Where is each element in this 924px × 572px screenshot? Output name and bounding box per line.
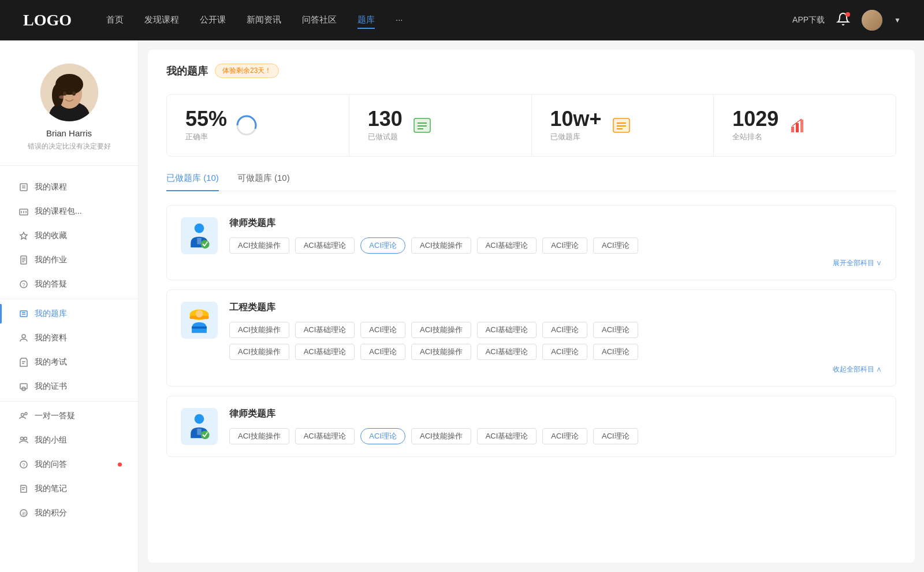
sidebar-item-myprofile[interactable]: 我的资料 bbox=[0, 326, 138, 350]
sidebar-menu: 我的课程 我的课程包... bbox=[0, 166, 138, 534]
nav-more[interactable]: ··· bbox=[396, 12, 403, 29]
sidebar-item-mygroup-label: 我的小组 bbox=[35, 435, 67, 445]
svg-point-33 bbox=[25, 413, 27, 415]
sidebar-item-myqa-label: 我的答疑 bbox=[35, 279, 67, 289]
bank-tag[interactable]: ACI技能操作 bbox=[229, 428, 289, 444]
sidebar-item-mypackage-label: 我的课程包... bbox=[35, 206, 82, 217]
bank-tag[interactable]: ACI技能操作 bbox=[411, 428, 471, 444]
bank-collapse-button[interactable]: 收起全部科目 ∧ bbox=[229, 365, 882, 374]
bank-tag[interactable]: ACI技能操作 bbox=[229, 237, 289, 254]
user-dropdown-arrow[interactable]: ▼ bbox=[894, 16, 901, 24]
bank-tag[interactable]: ACI理论 bbox=[542, 322, 587, 338]
sidebar-item-mynotes[interactable]: 我的笔记 bbox=[0, 477, 138, 501]
stat-done-questions-content: 130 已做试题 bbox=[368, 109, 403, 142]
svg-point-6 bbox=[63, 92, 66, 96]
header-right: APP下载 ▼ bbox=[792, 10, 901, 31]
bank-tag[interactable]: ACI基础理论 bbox=[295, 428, 355, 444]
lawyer-bank-icon-2 bbox=[181, 408, 218, 445]
bank-tag[interactable]: ACI基础理论 bbox=[295, 322, 355, 338]
bank-tag[interactable]: ACI理论 bbox=[593, 428, 638, 444]
bank-expand-button-1[interactable]: 展开全部科目 ∨ bbox=[229, 258, 882, 268]
sidebar-item-mypoints[interactable]: 积 我的积分 bbox=[0, 501, 138, 525]
mycollection-icon bbox=[18, 231, 29, 241]
svg-point-8 bbox=[59, 95, 65, 99]
header: LOGO 首页 发现课程 公开课 新闻资讯 问答社区 题库 ··· APP下载 … bbox=[0, 0, 924, 40]
nav-questionbank[interactable]: 题库 bbox=[357, 12, 375, 29]
bank-tag[interactable]: ACI基础理论 bbox=[477, 428, 537, 444]
svg-marker-17 bbox=[20, 232, 27, 239]
avatar-image bbox=[862, 10, 882, 31]
bank-card-engineer-tags-row1: ACI技能操作 ACI基础理论 ACI理论 ACI技能操作 ACI基础理论 AC… bbox=[229, 322, 882, 338]
svg-rect-10 bbox=[20, 184, 27, 191]
notification-bell[interactable] bbox=[836, 12, 850, 28]
sidebar-item-myqa[interactable]: ? 我的答疑 bbox=[0, 272, 138, 296]
svg-rect-56 bbox=[800, 120, 803, 132]
sidebar-item-mybank[interactable]: 我的题库 bbox=[0, 302, 138, 326]
nav-qa[interactable]: 问答社区 bbox=[302, 12, 337, 29]
stat-accuracy-icon bbox=[236, 115, 257, 136]
user-avatar[interactable] bbox=[862, 10, 882, 31]
svg-point-34 bbox=[21, 437, 24, 440]
stat-ranking-label: 全站排名 bbox=[732, 132, 778, 142]
nav-open-course[interactable]: 公开课 bbox=[200, 12, 226, 29]
bank-tag[interactable]: ACI基础理论 bbox=[477, 344, 537, 360]
svg-rect-65 bbox=[197, 429, 201, 435]
sidebar-item-myquestion-label: 我的问答 bbox=[35, 459, 67, 470]
svg-rect-30 bbox=[20, 384, 27, 389]
mypoints-icon: 积 bbox=[18, 508, 29, 518]
bank-tag[interactable]: ACI基础理论 bbox=[295, 344, 355, 360]
bank-tag[interactable]: ACI基础理论 bbox=[295, 237, 355, 254]
sidebar-item-myquestion[interactable]: ? 我的问答 bbox=[0, 452, 138, 477]
sidebar-item-mygroup[interactable]: 我的小组 bbox=[0, 428, 138, 452]
bank-tag-active[interactable]: ACI理论 bbox=[360, 237, 405, 254]
sidebar: Brian Harris 错误的决定比没有决定要好 我的课程 bbox=[0, 40, 139, 572]
bank-tag[interactable]: ACI理论 bbox=[542, 237, 587, 254]
sidebar-item-onetoone[interactable]: 一对一答疑 bbox=[0, 404, 138, 428]
bank-tag[interactable]: ACI技能操作 bbox=[411, 344, 471, 360]
bank-tag[interactable]: ACI理论 bbox=[542, 428, 587, 444]
tab-done[interactable]: 已做题库 (10) bbox=[166, 173, 219, 191]
main-layout: Brian Harris 错误的决定比没有决定要好 我的课程 bbox=[0, 40, 924, 572]
svg-point-64 bbox=[195, 414, 204, 424]
myqa-icon: ? bbox=[18, 279, 29, 289]
bank-tag-active[interactable]: ACI理论 bbox=[360, 428, 405, 444]
bank-tag[interactable]: ACI理论 bbox=[593, 322, 638, 338]
tab-todo[interactable]: 可做题库 (10) bbox=[237, 173, 290, 191]
bank-tag[interactable]: ACI理论 bbox=[542, 344, 587, 360]
sidebar-item-mycert[interactable]: 我的证书 bbox=[0, 374, 138, 399]
bank-tag[interactable]: ACI基础理论 bbox=[477, 322, 537, 338]
bank-tag[interactable]: ACI技能操作 bbox=[229, 344, 289, 360]
bank-tag[interactable]: ACI理论 bbox=[593, 344, 638, 360]
bank-card-lawyer-2-name: 律师类题库 bbox=[229, 408, 882, 420]
stat-done-banks-content: 10w+ 已做题库 bbox=[550, 109, 602, 142]
bank-tag[interactable]: ACI理论 bbox=[360, 344, 405, 360]
sidebar-item-myhomework[interactable]: 我的作业 bbox=[0, 248, 138, 272]
svg-point-32 bbox=[21, 414, 24, 417]
bank-tag[interactable]: ACI技能操作 bbox=[229, 322, 289, 338]
bank-tag[interactable]: ACI理论 bbox=[360, 322, 405, 338]
bank-tag[interactable]: ACI理论 bbox=[593, 237, 638, 254]
stat-done-questions-value: 130 bbox=[368, 109, 403, 129]
sidebar-item-myexam[interactable]: 我的考试 bbox=[0, 350, 138, 374]
bank-tag[interactable]: ACI技能操作 bbox=[411, 237, 471, 254]
bank-card-lawyer-1-tags: ACI技能操作 ACI基础理论 ACI理论 ACI技能操作 ACI基础理论 AC… bbox=[229, 237, 882, 254]
bank-tag[interactable]: ACI技能操作 bbox=[411, 322, 471, 338]
sidebar-profile: Brian Harris 错误的决定比没有决定要好 bbox=[0, 54, 138, 166]
sidebar-item-mypackage[interactable]: 我的课程包... bbox=[0, 199, 138, 224]
sidebar-item-myexam-label: 我的考试 bbox=[35, 357, 67, 367]
myquestion-icon: ? bbox=[18, 459, 29, 470]
mypackage-icon bbox=[18, 206, 29, 217]
nav-news[interactable]: 新闻资讯 bbox=[247, 12, 281, 29]
app-download-button[interactable]: APP下载 bbox=[792, 15, 825, 25]
stat-ranking-content: 1029 全站排名 bbox=[732, 109, 778, 142]
bank-tag[interactable]: ACI基础理论 bbox=[477, 237, 537, 254]
question-notification-dot bbox=[118, 463, 122, 467]
nav-discover[interactable]: 发现课程 bbox=[144, 12, 179, 29]
svg-text:积: 积 bbox=[22, 511, 27, 517]
sidebar-item-onetoone-label: 一对一答疑 bbox=[35, 411, 75, 421]
sidebar-item-mycollection[interactable]: 我的收藏 bbox=[0, 224, 138, 248]
bank-card-lawyer-2-tags: ACI技能操作 ACI基础理论 ACI理论 ACI技能操作 ACI基础理论 AC… bbox=[229, 428, 882, 444]
sidebar-item-mycourse[interactable]: 我的课程 bbox=[0, 175, 138, 199]
nav-home[interactable]: 首页 bbox=[106, 12, 124, 29]
page-header: 我的题库 体验剩余23天！ bbox=[166, 64, 896, 78]
